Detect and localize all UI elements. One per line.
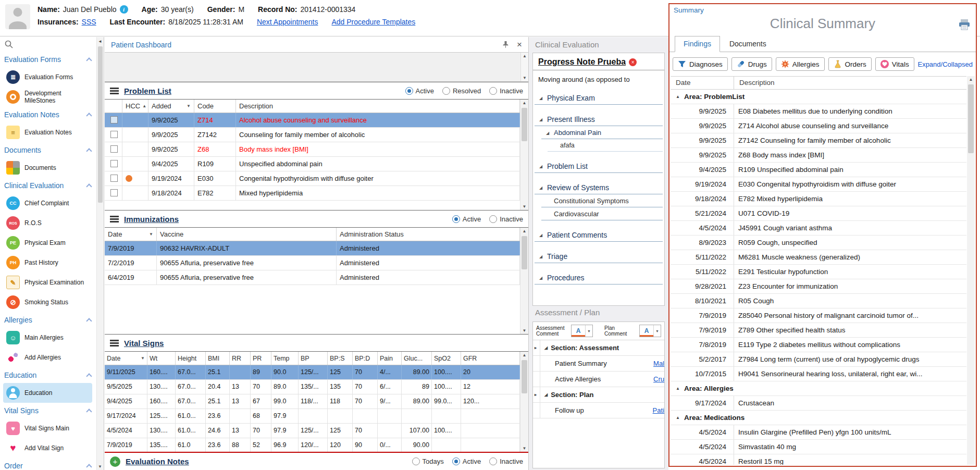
- summary-row[interactable]: 9/9/2025Z7142 Counseling for family memb…: [671, 133, 966, 148]
- radio-option-resolved[interactable]: Resolved: [442, 87, 481, 95]
- sidebar-item-main-allergies[interactable]: ☺Main Allergies: [0, 328, 96, 348]
- sidebar-section-allergies[interactable]: Allergies: [0, 312, 96, 328]
- column-header-bp-s[interactable]: BP:S: [328, 352, 353, 365]
- table-row[interactable]: 6/4/201990655 Afluria, preservative free…: [105, 270, 520, 285]
- summary-row[interactable]: 9/17/2024Crustacean: [671, 396, 966, 411]
- outline-item-review-of-systems[interactable]: ◢Review of Systems: [535, 181, 663, 194]
- table-row[interactable]: 7/2/201990655 Afluria, preservative free…: [105, 256, 520, 270]
- progress-note-title[interactable]: Progress Note Prueba: [538, 57, 626, 67]
- link[interactable]: Pati: [652, 406, 664, 414]
- summary-row[interactable]: 4/5/2024J45991 Cough variant asthma: [671, 221, 966, 236]
- table-row[interactable]: 9/4/2025R109Unspecified abdominal pain: [105, 157, 520, 171]
- table-row[interactable]: 9/17/2024125....61.0...23.66897.9: [105, 409, 520, 424]
- radio-option-inactive[interactable]: Inactive: [489, 215, 523, 223]
- column-header-added[interactable]: Added▼: [148, 100, 194, 113]
- sidebar-item-chief-complaint[interactable]: CCChief Complaint: [0, 193, 96, 213]
- ap-row-follow-up[interactable]: Follow upPati: [533, 403, 664, 418]
- summary-group-row[interactable]: ▲Area: ProblemList: [671, 90, 966, 104]
- scrollbar-thumb[interactable]: [522, 108, 527, 141]
- tab-findings[interactable]: Findings: [675, 36, 720, 52]
- checkbox[interactable]: [110, 131, 118, 138]
- sidebar-section-documents[interactable]: Documents: [0, 142, 96, 158]
- table-row[interactable]: 9/9/2025Z68Body mass index [BMI]: [105, 142, 520, 157]
- outline-item-abdominal-pain[interactable]: ◢Abdominal Pain: [541, 126, 663, 139]
- checkbox[interactable]: [110, 116, 118, 123]
- column-header-bp-d[interactable]: BP:D: [353, 352, 378, 365]
- search-icon[interactable]: [4, 40, 14, 49]
- table-row[interactable]: 9/19/2024E030Congenital hypothyroidism w…: [105, 171, 520, 186]
- summary-row[interactable]: 5/11/2022M6281 Muscle weakness (generali…: [671, 250, 966, 265]
- sidebar-item-evaluation-notes[interactable]: ≡Evaluation Notes: [0, 122, 96, 142]
- sidebar-section-evaluation-notes[interactable]: Evaluation Notes: [0, 107, 96, 122]
- scrollbar-thumb[interactable]: [968, 84, 974, 153]
- summary-row[interactable]: 5/21/2024U071 COVID-19: [671, 206, 966, 221]
- outline-item-patient-comments[interactable]: ◢Patient Comments: [535, 228, 663, 242]
- outline-item-present-illness[interactable]: ◢Present Illness: [535, 113, 663, 126]
- column-header-description[interactable]: Description: [236, 100, 520, 113]
- scroll-down-icon[interactable]: ▼: [520, 446, 528, 451]
- table-row[interactable]: 7/9/2019135....61.023.6885296.9120/...12…: [105, 438, 520, 452]
- table-row[interactable]: 9/11/2025160....67.0...25.18990.0125/...…: [105, 365, 520, 380]
- menu-icon[interactable]: [110, 340, 119, 347]
- ap-row-section-assessment[interactable]: ▸◢Section: Assessment: [533, 340, 664, 356]
- scroll-up-icon[interactable]: ▲: [523, 54, 527, 58]
- sidebar-section-education[interactable]: Education: [0, 367, 96, 383]
- summary-row[interactable]: 9/9/2025Z68 Body mass index [BMI]: [671, 148, 966, 163]
- sidebar-item-smoking-status[interactable]: ⊘Smoking Status: [0, 292, 96, 312]
- ap-row-active-allergies[interactable]: Active AllergiesCru: [533, 372, 664, 387]
- column-header-code[interactable]: Code: [194, 100, 236, 113]
- next-appointments-link[interactable]: Next Appointments: [257, 18, 318, 26]
- outline-item-procedures[interactable]: ◢Procedures: [535, 271, 663, 285]
- scroll-down-icon[interactable]: ▼: [523, 76, 527, 80]
- scrollbar-thumb[interactable]: [98, 46, 103, 203]
- sidebar-item-education[interactable]: Education: [3, 383, 92, 403]
- summary-row[interactable]: 7/9/2019Z85040 Personal history of malig…: [671, 308, 966, 323]
- summary-scrollbar[interactable]: ▲: [967, 76, 975, 465]
- radio-option-active[interactable]: Active: [452, 457, 481, 465]
- collapse-left-icon[interactable]: ◄: [98, 39, 102, 44]
- table-row[interactable]: 9/9/2025Z714Alcohol abuse counseling and…: [105, 113, 520, 128]
- summary-group-row[interactable]: ▲Area: Allergies: [671, 381, 966, 396]
- sidebar-item-documents[interactable]: Documents: [0, 158, 96, 178]
- column-header-gfr[interactable]: GFR: [461, 352, 520, 365]
- scroll-up-icon[interactable]: ▲: [520, 101, 528, 105]
- table-row[interactable]: 9/9/2025Z7142Counseling for family membe…: [105, 128, 520, 142]
- pin-icon[interactable]: [502, 41, 510, 48]
- summary-row[interactable]: 9/9/2025E08 Diabetes mellitus due to und…: [671, 104, 966, 119]
- column-header-wt[interactable]: Wt: [147, 352, 176, 365]
- tab-documents[interactable]: Documents: [721, 36, 775, 52]
- radio-option-inactive[interactable]: Inactive: [489, 87, 523, 95]
- insurances-link[interactable]: SSS: [82, 18, 96, 26]
- column-header-bp[interactable]: BP: [299, 352, 328, 365]
- column-header-administration-status[interactable]: Administration Status: [337, 228, 520, 241]
- checkbox[interactable]: [110, 175, 118, 182]
- summary-row[interactable]: 4/5/2024Simvastatin 40 mg: [671, 440, 966, 454]
- sidebar-item-physical-exam[interactable]: PEPhysical Exam: [0, 233, 96, 253]
- close-icon[interactable]: [517, 41, 522, 49]
- table-row[interactable]: 9/4/2025160....67.0...25.1136799.0118/..…: [105, 394, 520, 409]
- scroll-up-icon[interactable]: ▲: [967, 77, 975, 82]
- summary-row[interactable]: 8/9/2023R059 Cough, unspecified: [671, 236, 966, 250]
- summary-row[interactable]: 9/9/2025Z714 Alcohol abuse counseling an…: [671, 119, 966, 133]
- summary-row[interactable]: 9/18/2024E782 Mixed hyperlipidemia: [671, 192, 966, 206]
- filter-orders[interactable]: Orders: [828, 57, 872, 71]
- column-header-date[interactable]: Date: [671, 77, 734, 89]
- summary-row[interactable]: 9/28/2021Z23 Encounter for immunization: [671, 279, 966, 294]
- summary-row[interactable]: 4/5/2024Restoril 15 mg: [671, 454, 966, 465]
- column-header-spo2[interactable]: SpO2: [432, 352, 461, 365]
- summary-row[interactable]: 5/2/2017Z7984 Long term (current) use of…: [671, 352, 966, 367]
- column-header-height[interactable]: Height: [176, 352, 206, 365]
- dashboard-scrollbar[interactable]: ▲ ▼: [520, 53, 528, 81]
- menu-icon[interactable]: [110, 88, 119, 94]
- sidebar-item-vital-signs-main[interactable]: ♥Vital Signs Main: [0, 418, 96, 438]
- column-header-date[interactable]: Date▼: [105, 352, 147, 365]
- sidebar-scrollbar[interactable]: ◄ ▼: [96, 37, 104, 470]
- sidebar-item-development-milestones[interactable]: Development MileStones: [0, 87, 96, 107]
- sidebar-item-evaluation-forms[interactable]: ≣Evaluation Forms: [0, 67, 96, 87]
- outline-item-problem-list[interactable]: ◢Problem List: [535, 159, 663, 173]
- immunizations-scrollbar[interactable]: ▲ ▼: [520, 228, 528, 334]
- evaluation-notes-title[interactable]: Evaluation Notes: [126, 457, 189, 466]
- scroll-up-icon[interactable]: ▲: [520, 353, 528, 357]
- table-row[interactable]: 9/5/2025130....67.0...20.4137089.0135/..…: [105, 380, 520, 394]
- sidebar-item-add-vital-sign[interactable]: ♥Add Vital Sign: [0, 438, 96, 458]
